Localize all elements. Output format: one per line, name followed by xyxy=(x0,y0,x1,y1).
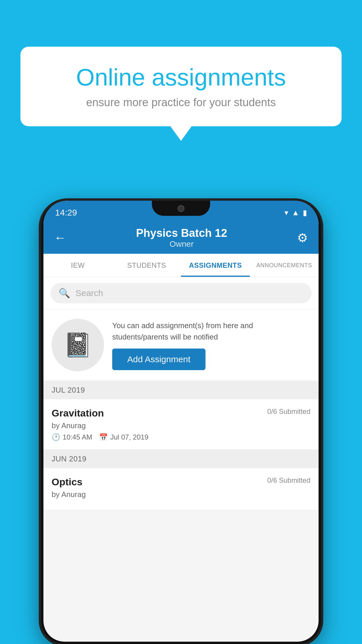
search-placeholder: Search xyxy=(75,288,103,298)
assignment-date-gravitation: 📅 Jul 07, 2019 xyxy=(99,433,148,441)
battery-icon: ▮ xyxy=(303,208,307,217)
app-header: ← Physics Batch 12 Owner ⚙ xyxy=(43,222,319,254)
search-icon: 🔍 xyxy=(59,288,70,299)
section-header-jun-2019: JUN 2019 xyxy=(43,450,319,468)
assignment-meta-gravitation: 🕐 10:45 AM 📅 Jul 07, 2019 xyxy=(52,433,310,441)
assignment-promo: 📓 You can add assignment(s) from here an… xyxy=(43,309,319,381)
search-bar[interactable]: 🔍 Search xyxy=(50,283,312,303)
assignment-submitted-optics: 0/6 Submitted xyxy=(267,476,310,484)
add-assignment-button[interactable]: Add Assignment xyxy=(112,349,205,370)
camera xyxy=(178,205,184,212)
tab-students-label: STUDENTS xyxy=(127,261,166,270)
promo-content: You can add assignment(s) from here and … xyxy=(112,320,310,370)
promo-icon-circle: 📓 xyxy=(52,319,104,371)
header-title: Physics Batch 12 xyxy=(66,227,297,239)
assignment-name-gravitation: Gravitation xyxy=(52,407,104,419)
tab-announcements[interactable]: ANNOUNCEMENTS xyxy=(250,254,319,277)
status-time: 14:29 xyxy=(55,208,77,218)
tab-assignments-label: ASSIGNMENTS xyxy=(189,261,242,270)
tab-overview[interactable]: IEW xyxy=(43,254,112,277)
phone-screen: 14:29 ▾ ▲ ▮ ← Physics Batch 12 Owner ⚙ I… xyxy=(43,201,319,642)
speech-bubble-container: Online assignments ensure more practice … xyxy=(20,47,342,126)
speech-bubble: Online assignments ensure more practice … xyxy=(20,47,342,126)
assignment-item-optics[interactable]: Optics 0/6 Submitted by Anurag xyxy=(43,468,319,510)
header-subtitle: Owner xyxy=(66,239,297,249)
status-icons: ▾ ▲ ▮ xyxy=(284,208,307,217)
tab-assignments[interactable]: ASSIGNMENTS xyxy=(181,254,250,277)
assignment-date-text: Jul 07, 2019 xyxy=(110,433,148,441)
assignment-time-gravitation: 🕐 10:45 AM xyxy=(52,433,92,441)
signal-icon: ▲ xyxy=(292,208,299,217)
promo-description: You can add assignment(s) from here and … xyxy=(112,320,310,343)
wifi-icon: ▾ xyxy=(284,208,288,217)
assignment-time-text: 10:45 AM xyxy=(63,433,92,441)
search-bar-container: 🔍 Search xyxy=(43,277,319,309)
speech-bubble-title: Online assignments xyxy=(41,64,321,90)
phone-notch xyxy=(152,201,210,216)
notebook-icon: 📓 xyxy=(63,331,92,359)
tab-overview-label: IEW xyxy=(71,261,85,270)
assignment-by-optics: by Anurag xyxy=(52,490,310,499)
tab-announcements-label: ANNOUNCEMENTS xyxy=(256,262,312,269)
assignment-name-optics: Optics xyxy=(52,476,82,488)
section-header-jul-2019: JUL 2019 xyxy=(43,381,319,399)
calendar-icon: 📅 xyxy=(99,433,108,441)
assignment-item-gravitation[interactable]: Gravitation 0/6 Submitted by Anurag 🕐 10… xyxy=(43,399,319,450)
clock-icon: 🕐 xyxy=(52,433,60,441)
content-area: 🔍 Search 📓 You can add assignment(s) fro… xyxy=(43,277,319,510)
settings-icon[interactable]: ⚙ xyxy=(297,231,308,245)
back-button[interactable]: ← xyxy=(54,231,66,245)
phone-frame: 14:29 ▾ ▲ ▮ ← Physics Batch 12 Owner ⚙ I… xyxy=(41,201,321,644)
tab-bar: IEW STUDENTS ASSIGNMENTS ANNOUNCEMENTS xyxy=(43,254,319,277)
assignment-submitted-gravitation: 0/6 Submitted xyxy=(267,407,310,416)
assignment-item-header: Gravitation 0/6 Submitted xyxy=(52,407,310,419)
speech-bubble-subtitle: ensure more practice for your students xyxy=(41,96,321,109)
assignment-by-gravitation: by Anurag xyxy=(52,421,310,430)
assignment-item-header-optics: Optics 0/6 Submitted xyxy=(52,476,310,488)
tab-students[interactable]: STUDENTS xyxy=(112,254,181,277)
header-title-block: Physics Batch 12 Owner xyxy=(66,227,297,249)
